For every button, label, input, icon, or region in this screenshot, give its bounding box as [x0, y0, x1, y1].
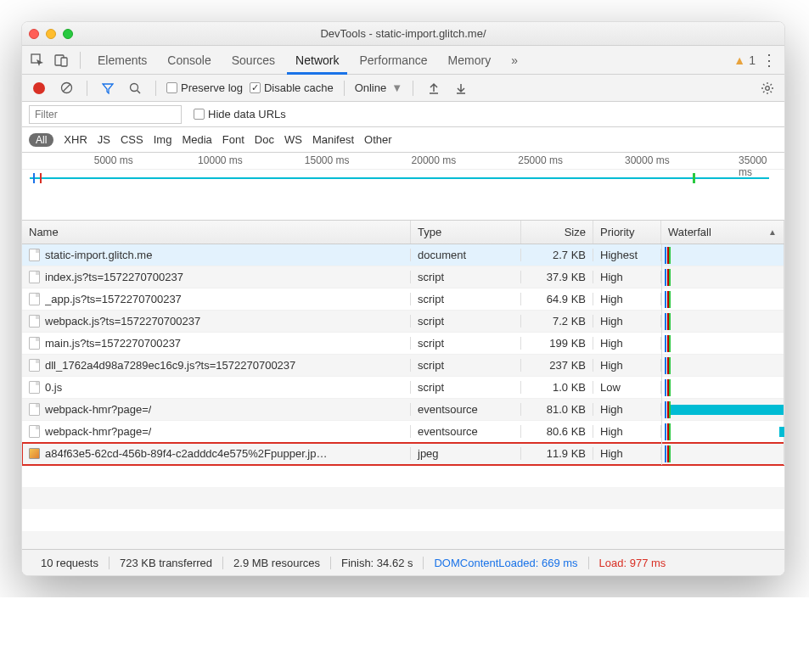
request-name: dll_1762a4d98a7289ec16c9.js?ts=157227070…	[45, 359, 295, 372]
request-size: 199 KB	[521, 337, 593, 350]
throttling-select[interactable]: Online ▼	[355, 81, 402, 94]
request-type: script	[411, 293, 521, 305]
status-finish: Finish: 34.62 s	[331, 557, 424, 569]
record-button[interactable]	[29, 78, 49, 98]
filter-input[interactable]	[29, 105, 182, 124]
status-requests: 10 requests	[31, 557, 110, 569]
hide-data-urls-checkbox[interactable]: Hide data URLs	[194, 108, 286, 120]
request-priority: High	[593, 359, 661, 372]
type-js[interactable]: JS	[98, 133, 110, 146]
tab-console[interactable]: Console	[159, 46, 219, 75]
type-img[interactable]: Img	[154, 133, 172, 146]
svg-rect-2	[61, 58, 67, 66]
network-toolbar: Preserve log Disable cache Online ▼	[22, 75, 784, 102]
type-font[interactable]: Font	[222, 133, 244, 146]
request-type: document	[411, 249, 521, 261]
minimize-icon[interactable]	[46, 29, 56, 39]
waterfall-cell	[661, 377, 784, 399]
file-icon	[29, 403, 40, 416]
request-priority: High	[593, 425, 661, 438]
request-priority: High	[593, 271, 661, 283]
type-ws[interactable]: WS	[284, 133, 302, 146]
request-size: 7.2 KB	[521, 315, 593, 328]
settings-gear-icon[interactable]	[757, 78, 778, 98]
col-name[interactable]: Name	[22, 221, 411, 244]
file-icon	[29, 271, 40, 283]
file-icon	[29, 337, 40, 350]
clear-icon[interactable]	[56, 78, 76, 98]
close-icon[interactable]	[29, 29, 39, 39]
status-load: Load: 977 ms	[589, 557, 677, 569]
kebab-menu-icon[interactable]: ⋮	[759, 50, 779, 70]
table-row[interactable]: index.js?ts=1572270700237script37.9 KBHi…	[22, 266, 784, 288]
download-har-icon[interactable]	[451, 78, 471, 98]
disable-cache-checkbox[interactable]: Disable cache	[250, 81, 334, 94]
request-size: 80.6 KB	[521, 425, 593, 438]
upload-har-icon[interactable]	[424, 78, 444, 98]
request-type: script	[411, 359, 521, 372]
request-name: webpack-hmr?page=/	[45, 403, 151, 416]
request-type: eventsource	[411, 425, 521, 438]
table-row[interactable]: static-import.glitch.medocument2.7 KBHig…	[22, 244, 784, 266]
type-media[interactable]: Media	[182, 133, 211, 146]
window-title: DevTools - static-import.glitch.me/	[22, 27, 784, 40]
status-dcl: DOMContentLoaded: 669 ms	[424, 557, 588, 569]
tab-performance[interactable]: Performance	[351, 46, 435, 75]
preserve-log-checkbox[interactable]: Preserve log	[166, 81, 243, 94]
table-row[interactable]: main.js?ts=1572270700237script199 KBHigh	[22, 333, 784, 355]
waterfall-cell	[661, 266, 784, 288]
request-name: webpack-hmr?page=/	[45, 425, 151, 438]
devtools-window: DevTools - static-import.glitch.me/ Elem…	[21, 21, 785, 576]
type-manifest[interactable]: Manifest	[312, 133, 354, 146]
svg-line-4	[63, 84, 70, 92]
table-row[interactable]: webpack-hmr?page=/eventsource81.0 KBHigh	[22, 399, 784, 421]
type-other[interactable]: Other	[364, 133, 392, 146]
search-icon[interactable]	[125, 78, 145, 98]
type-css[interactable]: CSS	[121, 133, 143, 146]
maximize-icon[interactable]	[63, 29, 73, 39]
waterfall-cell	[661, 421, 784, 443]
col-priority[interactable]: Priority	[593, 221, 661, 244]
request-size: 64.9 KB	[521, 293, 593, 305]
device-toggle-icon[interactable]	[51, 50, 71, 70]
inspect-icon[interactable]	[27, 50, 48, 70]
type-xhr[interactable]: XHR	[64, 133, 87, 146]
col-waterfall[interactable]: Waterfall ▲	[661, 221, 784, 244]
timeline-overview[interactable]: 5000 ms 10000 ms 15000 ms 20000 ms 25000…	[22, 153, 784, 221]
request-priority: High	[593, 293, 661, 305]
table-row[interactable]: _app.js?ts=1572270700237script64.9 KBHig…	[22, 288, 784, 311]
request-type: script	[411, 381, 521, 394]
type-filter-bar: All XHR JS CSS Img Media Font Doc WS Man…	[22, 127, 784, 153]
tab-memory[interactable]: Memory	[440, 46, 500, 75]
file-icon	[29, 425, 40, 438]
filter-bar: Hide data URLs	[22, 102, 784, 127]
request-size: 2.7 KB	[521, 249, 593, 261]
warning-icon: ▲	[733, 53, 745, 67]
filter-icon[interactable]	[98, 78, 118, 98]
tabs-overflow-icon[interactable]: »	[503, 46, 526, 75]
tab-sources[interactable]: Sources	[223, 46, 284, 75]
table-row[interactable]: dll_1762a4d98a7289ec16c9.js?ts=157227070…	[22, 355, 784, 377]
tab-network[interactable]: Network	[287, 46, 347, 75]
type-all[interactable]: All	[29, 133, 53, 147]
table-row[interactable]: 0.jsscript1.0 KBLow	[22, 377, 784, 399]
tab-elements[interactable]: Elements	[89, 46, 155, 75]
table-row[interactable]: a84f63e5-62cd-456b-89f4-c2adddc4e575%2Fp…	[22, 443, 784, 465]
svg-point-5	[131, 83, 138, 91]
status-resources: 2.9 MB resources	[223, 557, 331, 569]
col-type[interactable]: Type	[411, 221, 521, 244]
request-type: eventsource	[411, 403, 521, 416]
col-size[interactable]: Size	[521, 221, 593, 244]
type-doc[interactable]: Doc	[255, 133, 274, 146]
table-row[interactable]: webpack-hmr?page=/eventsource80.6 KBHigh	[22, 421, 784, 443]
waterfall-cell	[661, 333, 784, 355]
request-size: 1.0 KB	[521, 381, 593, 394]
empty-rows	[22, 465, 784, 550]
warning-badge[interactable]: ▲ 1	[733, 53, 756, 67]
request-size: 81.0 KB	[521, 403, 593, 416]
titlebar: DevTools - static-import.glitch.me/	[22, 22, 784, 46]
status-bar: 10 requests 723 KB transferred 2.9 MB re…	[22, 550, 784, 575]
waterfall-cell	[661, 355, 784, 377]
table-row[interactable]: webpack.js?ts=1572270700237script7.2 KBH…	[22, 311, 784, 333]
file-icon	[29, 315, 40, 328]
